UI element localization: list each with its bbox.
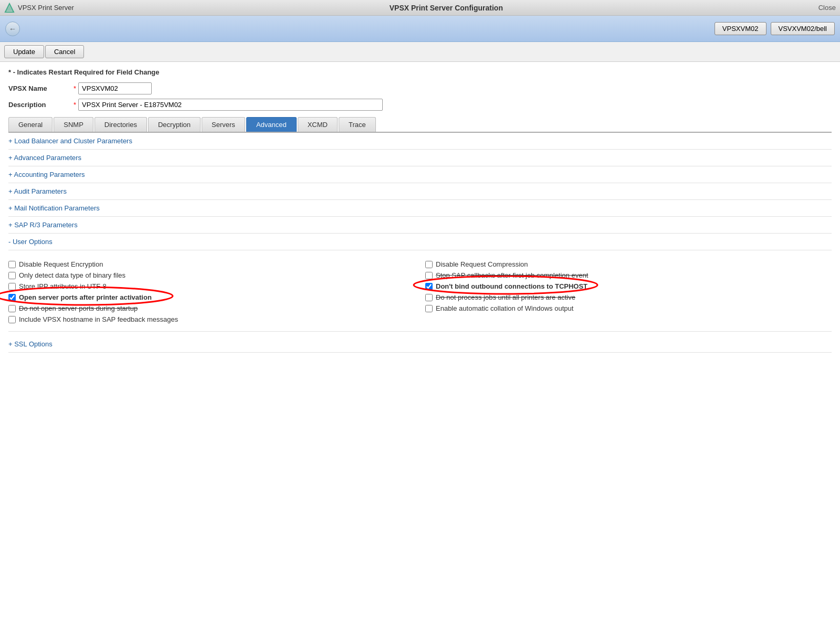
dont-bind-label[interactable]: Don't bind outbound connections to TCPHO… [436,282,587,290]
include-vpsx-label[interactable]: Include VPSX hostname in SAP feedback me… [19,315,178,323]
description-row: Description * [8,99,832,111]
vpsx-name-row: VPSX Name * [8,82,832,94]
checkbox-row-enable-collation: Enable automatic collation of Windows ou… [425,303,832,314]
checkbox-col-right: Disable Request Compression Stop SAP cal… [425,259,832,325]
disable-encryption-checkbox[interactable] [8,261,16,268]
checkbox-grid: Disable Request Encryption Only detect d… [8,257,832,327]
section-mail: + Mail Notification Parameters [8,200,832,217]
open-server-checkbox[interactable] [8,294,16,301]
section-user-options-toggle[interactable]: - User Options [8,238,52,246]
section-accounting-toggle[interactable]: + Accounting Parameters [8,171,85,178]
checkbox-row-do-not-open: Do not open server ports during startup [8,303,415,314]
cancel-button[interactable]: Cancel [45,45,84,58]
section-sap-r3: + SAP R/3 Parameters [8,217,832,234]
stop-sap-checkbox[interactable] [425,272,433,279]
description-label: Description [8,101,71,109]
description-star: * [74,101,76,109]
description-input[interactable] [78,99,383,111]
stop-sap-label[interactable]: Stop SAP callbacks after first job compl… [436,271,588,279]
back-button[interactable]: ← [5,22,20,36]
open-server-label[interactable]: Open server ports after printer activati… [19,293,152,301]
checkbox-row-disable-encryption: Disable Request Encryption [8,259,415,270]
tab-advanced[interactable]: Advanced [246,117,297,132]
do-not-open-checkbox[interactable] [8,305,16,312]
update-button[interactable]: Update [4,45,44,58]
disable-encryption-label[interactable]: Disable Request Encryption [19,260,103,268]
checkbox-row-include-vpsx: Include VPSX hostname in SAP feedback me… [8,314,415,325]
tab-general[interactable]: General [8,117,52,132]
enable-collation-checkbox[interactable] [425,305,433,312]
section-sap-r3-toggle[interactable]: + SAP R/3 Parameters [8,221,78,229]
tab-trace[interactable]: Trace [339,117,376,132]
checkbox-row-stop-sap: Stop SAP callbacks after first job compl… [425,270,832,281]
section-ssl-toggle[interactable]: + SSL Options [8,340,52,348]
ssl-section: + SSL Options [8,332,832,357]
toolbar: Update Cancel [0,42,840,62]
checkbox-row-open-server: Open server ports after printer activati… [8,292,415,303]
vpsx-name-input[interactable] [78,82,152,94]
tab-servers[interactable]: Servers [202,117,245,132]
server1-button[interactable]: VPSXVM02 [715,22,766,35]
only-detect-label[interactable]: Only detect data type of binary files [19,271,125,279]
header-bar: ← VPSXVM02 VSVXVM02/bell [0,16,840,42]
app-logo-icon [4,3,15,13]
do-not-process-checkbox[interactable] [425,294,433,301]
title-bar-left: VPSX Print Server [4,3,74,13]
hint-text: * - Indicates Restart Required for Field… [8,68,832,76]
store-ipp-checkbox[interactable] [8,283,16,290]
tab-directories[interactable]: Directories [94,117,147,132]
disable-compression-checkbox[interactable] [425,261,433,268]
checkbox-row-store-ipp: Store IPP attributes in UTF-8 [8,281,415,292]
server2-button[interactable]: VSVXVM02/bell [771,22,835,35]
section-load-balancer-toggle[interactable]: + Load Balancer and Cluster Parameters [8,137,132,145]
include-vpsx-checkbox[interactable] [8,316,16,323]
section-load-balancer: + Load Balancer and Cluster Parameters [8,133,832,150]
tab-snmp[interactable]: SNMP [54,117,93,132]
section-advanced-params: + Advanced Parameters [8,150,832,166]
tab-decryption[interactable]: Decryption [148,117,201,132]
checkbox-col-left: Disable Request Encryption Only detect d… [8,259,415,325]
section-audit: + Audit Parameters [8,183,832,200]
section-accounting: + Accounting Parameters [8,166,832,183]
section-advanced-params-toggle[interactable]: + Advanced Parameters [8,154,81,162]
content-area: * - Indicates Restart Required for Field… [0,62,840,363]
enable-collation-label[interactable]: Enable automatic collation of Windows ou… [436,304,573,312]
tabs-bar: General SNMP Directories Decryption Serv… [8,117,832,133]
window-title: VPSX Print Server Configuration [390,4,503,12]
disable-compression-label[interactable]: Disable Request Compression [436,260,528,268]
store-ipp-label[interactable]: Store IPP attributes in UTF-8 [19,282,107,290]
close-button[interactable]: Close [818,4,836,12]
only-detect-checkbox[interactable] [8,272,16,279]
do-not-process-label[interactable]: Do not process jobs until all printers a… [436,293,575,301]
title-bar: VPSX Print Server VPSX Print Server Conf… [0,0,840,16]
section-user-options: - User Options [8,234,832,250]
checkbox-row-disable-compression: Disable Request Compression [425,259,832,270]
do-not-open-label[interactable]: Do not open server ports during startup [19,304,138,312]
user-options-content: Disable Request Encryption Only detect d… [8,250,832,332]
header-server-buttons: VPSXVM02 VSVXVM02/bell [715,22,835,35]
app-name: VPSX Print Server [18,4,74,12]
checkbox-row-dont-bind: Don't bind outbound connections to TCPHO… [425,281,832,292]
vpsx-name-label: VPSX Name [8,84,71,92]
vpsx-name-star: * [74,84,76,92]
checkbox-row-only-detect: Only detect data type of binary files [8,270,415,281]
checkbox-row-do-not-process: Do not process jobs until all printers a… [425,292,832,303]
tab-xcmd[interactable]: XCMD [298,117,338,132]
section-mail-toggle[interactable]: + Mail Notification Parameters [8,204,100,212]
section-ssl: + SSL Options [8,336,832,353]
section-audit-toggle[interactable]: + Audit Parameters [8,187,67,195]
dont-bind-checkbox[interactable] [425,283,433,290]
